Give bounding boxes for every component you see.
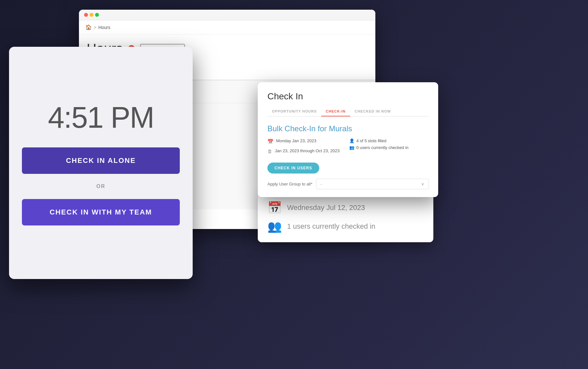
time-display: 4:51 PM [48, 101, 154, 135]
range-label: Jan 23, 2023 through Oct 23, 2023 [275, 148, 340, 153]
chevron-down-icon: ∨ [421, 182, 424, 186]
slots-filled: 👤 4 of 5 slots filled [349, 138, 409, 143]
calendar-icon: 📅 [267, 139, 274, 145]
range-icon: 🗓 [267, 149, 272, 154]
users-checked: 👥 0 users currently checked in [349, 145, 409, 150]
users-label: 0 users currently checked in [356, 145, 409, 150]
checkin-alone-button[interactable]: CHECK IN ALONE [22, 147, 180, 174]
info-col-dates: 📅 Monday Jan 23, 2023 🗓 Jan 23, 2023 thr… [267, 138, 340, 156]
slots-icon: 👤 [349, 138, 354, 143]
checkin-modal: Check In OPPORTUNITY HOURS CHECK-IN CHEC… [258, 82, 438, 197]
dropdown-placeholder: - [320, 182, 322, 186]
check-in-users-button[interactable]: CHECK IN USERS [267, 163, 319, 174]
bottom-users-row: 👥 1 users currently checked in [267, 220, 424, 233]
checkin-team-button[interactable]: CHECK IN WITH MY TEAM [22, 199, 180, 225]
bottom-date-row: 📅 Wednesday Jul 12, 2023 [267, 201, 424, 214]
breadcrumb-separator: > [94, 25, 96, 30]
breadcrumb: 🏠 > Hours [79, 20, 375, 35]
info-grid: 📅 Monday Jan 23, 2023 🗓 Jan 23, 2023 thr… [267, 138, 429, 156]
bulk-checkin-title: Bulk Check-In for Murals [267, 124, 429, 133]
group-dropdown[interactable]: - ∨ [316, 179, 429, 189]
date-label: Monday Jan 23, 2023 [276, 138, 316, 143]
slots-label: 4 of 5 slots filled [356, 138, 386, 143]
modal-tab-checkin[interactable]: CHECK-IN [321, 107, 350, 116]
modal-title: Check In [267, 91, 429, 102]
bulk-title-prefix: Bulk Check-In for [267, 124, 329, 133]
home-icon[interactable]: 🏠 [85, 24, 92, 30]
breadcrumb-page: Hours [98, 25, 110, 30]
dot-green [95, 13, 99, 17]
bottom-calendar-icon: 📅 [267, 201, 282, 214]
bottom-card: 📅 Wednesday Jul 12, 2023 👥 1 users curre… [258, 192, 433, 242]
modal-tabs: OPPORTUNITY HOURS CHECK-IN CHECKED IN NO… [267, 107, 429, 116]
browser-dots [84, 13, 99, 17]
users-icon: 👥 [349, 145, 354, 150]
info-col-slots: 👤 4 of 5 slots filled 👥 0 users currentl… [349, 138, 409, 156]
range-row: 🗓 Jan 23, 2023 through Oct 23, 2023 [267, 148, 340, 154]
dot-yellow [90, 13, 93, 17]
bottom-users-text: 1 users currently checked in [287, 222, 375, 231]
bulk-title-name: Murals [329, 124, 352, 133]
bottom-date-text: Wednesday Jul 12, 2023 [287, 204, 365, 212]
apply-group-row: Apply User Group to all* - ∨ [267, 179, 429, 189]
modal-tab-opportunity-hours[interactable]: OPPORTUNITY HOURS [267, 107, 321, 116]
kiosk-card: 4:51 PM CHECK IN ALONE OR CHECK IN WITH … [9, 47, 193, 279]
date-row: 📅 Monday Jan 23, 2023 [267, 138, 340, 145]
apply-group-label: Apply User Group to all* [267, 182, 312, 186]
modal-tab-checked-in-now[interactable]: CHECKED IN NOW [350, 107, 395, 116]
dot-red [84, 13, 88, 17]
bottom-users-icon: 👥 [267, 220, 282, 233]
or-divider: OR [96, 184, 105, 189]
browser-top-bar [79, 10, 375, 20]
